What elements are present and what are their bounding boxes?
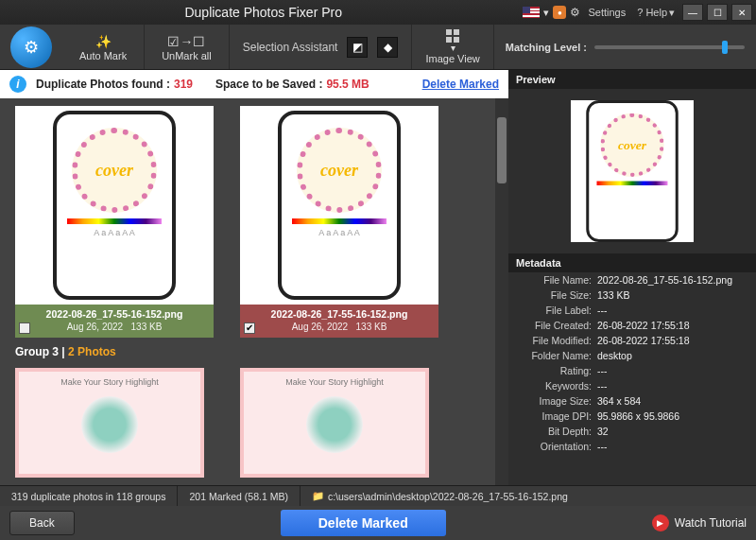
metadata-key: File Name: xyxy=(516,274,597,286)
metadata-key: Folder Name: xyxy=(516,350,597,361)
metadata-key: Keywords: xyxy=(516,380,597,392)
wand-icon: ✨ xyxy=(95,33,112,50)
metadata-row: Orientation:--- xyxy=(508,439,756,454)
thumbnail-image: Make Your Story Highlight xyxy=(15,368,204,478)
notification-badge-icon[interactable]: ● xyxy=(553,6,566,19)
story-circle-icon xyxy=(306,396,363,453)
minimize-button[interactable]: — xyxy=(682,4,703,21)
auto-mark-button[interactable]: ✨ Auto Mark xyxy=(62,25,145,69)
card-checkbox[interactable] xyxy=(19,322,30,334)
metadata-value: 2022-08-26_17-55-16-152.png xyxy=(597,274,748,286)
group-header: Group 3 | 2 Photos xyxy=(6,338,503,362)
metadata-value: 26-08-2022 17:55:18 xyxy=(597,320,748,331)
metadata-row: File Modified:26-08-2022 17:55:18 xyxy=(508,333,756,348)
bottom-bar: Back Delete Marked ▶ Watch Tutorial xyxy=(0,506,756,540)
language-dropdown-arrow[interactable]: ▾ xyxy=(543,7,549,19)
selection-tool-2-button[interactable]: ◆ xyxy=(377,37,398,58)
logo-icon: ⚙ xyxy=(10,26,52,68)
titlebar: Duplicate Photos Fixer Pro ▾ ● ⚙ Setting… xyxy=(0,0,756,25)
matching-level-slider[interactable] xyxy=(594,45,745,49)
photo-card[interactable]: cover A a A a A A 2022-08-26_17-55-16-15… xyxy=(15,106,214,338)
found-label: Duplicate Photos found : xyxy=(36,78,170,91)
results-pane: i Duplicate Photos found : 319 Space to … xyxy=(0,70,508,485)
settings-gear-icon: ⚙ xyxy=(570,6,580,19)
play-icon: ▶ xyxy=(652,514,669,531)
phone-mockup-icon: cover A a A a A A xyxy=(53,111,176,300)
thumbnail-image: Make Your Story Highlight xyxy=(240,368,429,478)
app-logo: ⚙ xyxy=(0,25,62,69)
metadata-list: File Name:2022-08-26_17-55-16-152.pngFil… xyxy=(508,272,756,485)
maximize-button[interactable]: ☐ xyxy=(707,4,728,21)
metadata-value: 133 KB xyxy=(597,289,748,301)
metadata-value: desktop xyxy=(597,350,748,361)
selection-assistant-label: Selection Assistant xyxy=(243,41,338,54)
status-bar: 319 duplicate photos in 118 groups 201 M… xyxy=(0,485,756,506)
metadata-row: Folder Name:desktop xyxy=(508,348,756,363)
delete-marked-link[interactable]: Delete Marked xyxy=(422,78,499,91)
matching-level-label: Matching Level : xyxy=(506,42,587,53)
card-filename: 2022-08-26_17-55-16-152.png xyxy=(244,308,435,320)
metadata-row: File Created:26-08-2022 17:55:18 xyxy=(508,318,756,333)
selection-tool-1-button[interactable]: ◩ xyxy=(347,37,368,58)
metadata-value: --- xyxy=(597,305,748,316)
metadata-row: Keywords:--- xyxy=(508,378,756,393)
metadata-row: File Size:133 KB xyxy=(508,287,756,303)
group-count: 2 Photos xyxy=(68,345,116,358)
watch-tutorial-button[interactable]: ▶ Watch Tutorial xyxy=(652,514,747,531)
metadata-value: 95.9866 x 95.9866 xyxy=(597,410,748,422)
metadata-header: Metadata xyxy=(508,253,756,272)
card-subinfo: Aug 26, 2022 133 KB xyxy=(19,322,210,332)
phone-mockup-icon: cover A a A a A A xyxy=(278,111,401,300)
status-marked-summary: 201 Marked (58.1 MB) xyxy=(178,486,300,506)
photo-card[interactable]: cover A a A a A A 2022-08-26_17-55-16-15… xyxy=(240,106,438,338)
metadata-key: Image DPI: xyxy=(516,410,597,422)
metadata-key: Image Size: xyxy=(516,395,597,407)
language-flag-icon[interactable] xyxy=(523,7,540,18)
photo-card[interactable]: Make Your Story Highlight xyxy=(240,368,438,478)
space-label: Space to be Saved : xyxy=(215,78,322,91)
metadata-row: File Name:2022-08-26_17-55-16-152.png xyxy=(508,272,756,287)
group-name: Group 3 xyxy=(15,345,59,358)
rainbow-bar-icon xyxy=(67,218,162,224)
metadata-value: --- xyxy=(597,365,748,376)
metadata-value: 364 x 584 xyxy=(597,395,748,407)
cover-graphic: cover xyxy=(72,128,157,213)
card-filename: 2022-08-26_17-55-16-152.png xyxy=(19,308,210,320)
delete-marked-button[interactable]: Delete Marked xyxy=(281,510,446,536)
thumbnail-image: cover A a A a A A xyxy=(240,106,438,305)
status-filepath: c:\users\admin\desktop\2022-08-26_17-55-… xyxy=(328,491,568,502)
photo-card[interactable]: Make Your Story Highlight xyxy=(15,368,214,478)
help-dropdown-arrow: ▾ xyxy=(669,7,675,19)
rainbow-bar-icon xyxy=(597,182,668,186)
story-title: Make Your Story Highlight xyxy=(285,377,384,387)
uncheck-icon: ☑→☐ xyxy=(167,33,205,50)
settings-menu[interactable]: Settings xyxy=(584,7,629,18)
scrollbar-thumb[interactable] xyxy=(497,117,507,183)
rainbow-bar-icon xyxy=(292,218,387,224)
unmark-all-label: UnMark all xyxy=(162,50,212,61)
slider-thumb-icon[interactable] xyxy=(722,41,728,54)
matching-level-control: Matching Level : xyxy=(494,25,756,69)
space-value: 95.5 MB xyxy=(326,78,369,91)
help-menu[interactable]: ? Help ▾ xyxy=(633,7,679,19)
vertical-scrollbar[interactable] xyxy=(495,98,508,485)
help-label: ? Help xyxy=(637,7,667,18)
image-view-button[interactable]: ▾ Image View xyxy=(412,25,493,69)
back-button[interactable]: Back xyxy=(9,511,75,535)
thumbnail-image: cover A a A a A A xyxy=(15,106,214,305)
metadata-value: --- xyxy=(597,441,748,452)
grid-icon xyxy=(446,29,459,43)
card-checkbox[interactable]: ✔ xyxy=(244,322,255,334)
app-title: Duplicate Photos Fixer Pro xyxy=(4,5,523,20)
metadata-key: File Size: xyxy=(516,289,597,301)
metadata-key: Bit Depth: xyxy=(516,426,597,437)
details-pane: Preview cover Metadata File Name:2022-08… xyxy=(508,70,756,485)
status-dupe-summary: 319 duplicate photos in 118 groups xyxy=(0,486,178,506)
unmark-all-button[interactable]: ☑→☐ UnMark all xyxy=(145,25,230,69)
thumbnails-scrollarea: cover A a A a A A 2022-08-26_17-55-16-15… xyxy=(0,98,508,485)
metadata-row: Image Size:364 x 584 xyxy=(508,393,756,409)
metadata-key: File Modified: xyxy=(516,335,597,346)
folder-icon: 📁 xyxy=(312,490,324,502)
main-toolbar: ⚙ ✨ Auto Mark ☑→☐ UnMark all Selection A… xyxy=(0,25,756,70)
close-button[interactable]: ✕ xyxy=(731,4,752,21)
